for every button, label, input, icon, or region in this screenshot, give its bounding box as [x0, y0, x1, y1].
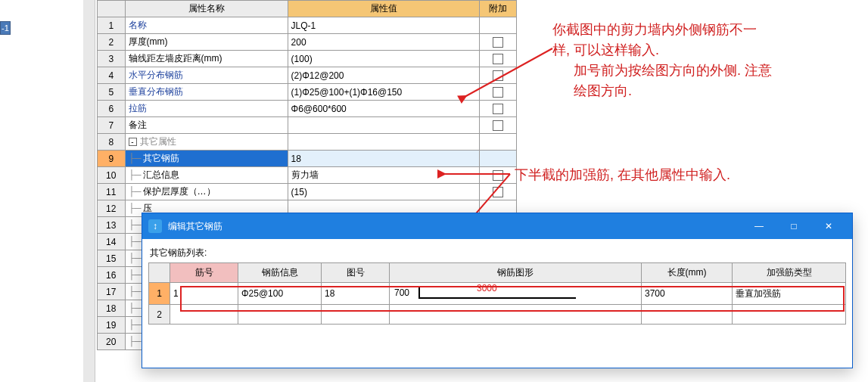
dialog-body: 其它钢筋列表: 筋号 钢筋信息 图号 钢筋图形 长度(mm) 加强筋类型 1	[142, 239, 852, 368]
cell-info-2[interactable]	[238, 305, 322, 325]
row-number: 2	[98, 34, 126, 51]
row-number: 20	[98, 334, 126, 350]
inner-header-id[interactable]: 筋号	[170, 263, 238, 283]
property-name-cell[interactable]: ├─其它钢筋	[125, 151, 288, 167]
property-row[interactable]: 6拉筋Φ6@600*600	[98, 101, 517, 117]
row-number: 16	[98, 267, 126, 284]
collapse-icon[interactable]: -	[129, 138, 137, 146]
property-value-cell[interactable]: (1)Φ25@100+(1)Φ16@150	[288, 84, 480, 101]
cell-id-2[interactable]	[170, 305, 238, 325]
inner-header-info[interactable]: 钢筋信息	[238, 263, 322, 283]
row-number: 17	[98, 284, 126, 300]
annotation-1-line3: 加号前为按绘图方向的外侧. 注意	[552, 61, 772, 81]
dialog-minimize-button[interactable]: —	[742, 213, 776, 239]
annotation-1: 你截图中的剪力墙内外侧钢筋不一 样, 可以这样输入. 加号前为按绘图方向的外侧.…	[552, 20, 772, 101]
property-value-cell[interactable]: (2)Φ12@200	[288, 67, 480, 84]
property-value-cell[interactable]: 18	[288, 151, 480, 167]
property-row[interactable]: 5垂直分布钢筋(1)Φ25@100+(1)Φ16@150	[98, 84, 517, 101]
cell-shape-2[interactable]	[390, 305, 642, 325]
row-number: 10	[98, 167, 126, 184]
row-number: 12	[98, 200, 126, 217]
inner-header-drawing[interactable]: 图号	[322, 263, 390, 283]
cell-length-2[interactable]	[642, 305, 733, 325]
cell-drawing[interactable]: 18	[322, 283, 390, 305]
property-row[interactable]: 2厚度(mm)200	[98, 34, 517, 51]
property-name-cell[interactable]: ├─保护层厚度（…）	[125, 184, 288, 200]
property-row[interactable]: 1名称JLQ-1	[98, 17, 517, 34]
row-number: 15	[98, 250, 126, 267]
cell-type[interactable]: 垂直加强筋	[733, 283, 846, 305]
annotation-1-line4: 绘图方向.	[552, 81, 772, 101]
row-number: 11	[98, 184, 126, 200]
inner-header-blank	[149, 263, 170, 283]
property-name-cell[interactable]: 水平分布钢筋	[125, 67, 288, 84]
left-panel-fragment: -1	[0, 21, 11, 35]
row-number: 1	[98, 17, 126, 34]
row-number: 14	[98, 234, 126, 250]
cell-length[interactable]: 3700	[642, 283, 733, 305]
inner-rownum-2: 2	[149, 305, 170, 325]
property-name-cell[interactable]: 厚度(mm)	[125, 34, 288, 51]
property-row[interactable]: 7备注	[98, 117, 517, 134]
property-name-cell[interactable]: 名称	[125, 17, 288, 34]
dialog-titlebar[interactable]: ↕ 编辑其它钢筋 — □ ✕	[142, 213, 852, 239]
annotation-2: 下半截的加强筋, 在其他属性中输入.	[515, 165, 730, 185]
property-value-cell[interactable]: Φ6@600*600	[288, 101, 480, 117]
property-row[interactable]: 9├─其它钢筋18	[98, 151, 517, 167]
inner-header-shape[interactable]: 钢筋图形	[390, 263, 642, 283]
rebar-shape-icon	[417, 284, 583, 303]
property-value-cell[interactable]: JLQ-1	[288, 17, 480, 34]
addon-cell[interactable]	[480, 17, 517, 34]
row-number: 5	[98, 84, 126, 101]
property-name-cell[interactable]: ├─汇总信息	[125, 167, 288, 184]
other-rebar-row-2[interactable]: 2	[149, 305, 846, 325]
row-number: 13	[98, 217, 126, 234]
other-rebar-row-1[interactable]: 1 1 Φ25@100 18 700 3000 3700 垂直加强筋	[149, 283, 846, 305]
vertical-scrollbar[interactable]	[83, 0, 95, 382]
property-name-cell[interactable]: -其它属性	[125, 134, 288, 151]
inner-header-length[interactable]: 长度(mm)	[642, 263, 733, 283]
addon-checkbox[interactable]	[493, 120, 503, 131]
header-blank	[98, 1, 126, 17]
row-number: 9	[98, 151, 126, 167]
dialog-maximize-button[interactable]: □	[776, 213, 811, 239]
header-addon: 附加	[480, 1, 517, 17]
property-value-cell[interactable]	[288, 134, 480, 151]
property-row[interactable]: 8-其它属性	[98, 134, 517, 151]
property-value-cell[interactable]: (100)	[288, 51, 480, 67]
row-number: 18	[98, 300, 126, 317]
property-row[interactable]: 3轴线距左墙皮距离(mm)(100)	[98, 51, 517, 67]
header-value: 属性值	[288, 1, 480, 17]
property-name-cell[interactable]: 备注	[125, 117, 288, 134]
property-value-cell[interactable]	[288, 117, 480, 134]
cell-drawing-2[interactable]	[322, 305, 390, 325]
inner-rownum-1: 1	[149, 283, 170, 305]
shape-dim-left: 700	[394, 287, 409, 298]
inner-header-type[interactable]: 加强筋类型	[733, 263, 846, 283]
property-name-cell[interactable]: 轴线距左墙皮距离(mm)	[125, 51, 288, 67]
other-rebar-table: 筋号 钢筋信息 图号 钢筋图形 长度(mm) 加强筋类型 1 1 Φ25@100…	[148, 262, 846, 325]
shape-dim-main: 3000	[477, 283, 497, 293]
property-table-header-row: 属性名称 属性值 附加	[98, 1, 517, 17]
dialog-app-icon: ↕	[148, 219, 162, 233]
cell-type-2[interactable]	[733, 305, 846, 325]
cell-id[interactable]: 1	[170, 283, 238, 305]
cell-info[interactable]: Φ25@100	[238, 283, 322, 305]
svg-line-0	[465, 48, 552, 97]
addon-cell[interactable]	[480, 151, 517, 167]
other-rebar-header-row: 筋号 钢筋信息 图号 钢筋图形 长度(mm) 加强筋类型	[149, 263, 846, 283]
property-name-cell[interactable]: 拉筋	[125, 101, 288, 117]
dialog-close-button[interactable]: ✕	[811, 213, 846, 239]
property-value-cell[interactable]: 200	[288, 34, 480, 51]
cell-shape[interactable]: 700 3000	[390, 283, 642, 305]
addon-cell[interactable]	[480, 117, 517, 134]
addon-cell[interactable]	[480, 134, 517, 151]
annotation-arrow-1	[460, 45, 558, 106]
row-number: 8	[98, 134, 126, 151]
property-row[interactable]: 4水平分布钢筋(2)Φ12@200	[98, 67, 517, 84]
row-number: 4	[98, 67, 126, 84]
edit-other-rebar-dialog: ↕ 编辑其它钢筋 — □ ✕ 其它钢筋列表: 筋号 钢筋信息 图号 钢筋图形 长…	[142, 213, 853, 368]
dialog-title-text: 编辑其它钢筋	[168, 220, 742, 233]
property-name-cell[interactable]: 垂直分布钢筋	[125, 84, 288, 101]
row-number: 19	[98, 317, 126, 334]
